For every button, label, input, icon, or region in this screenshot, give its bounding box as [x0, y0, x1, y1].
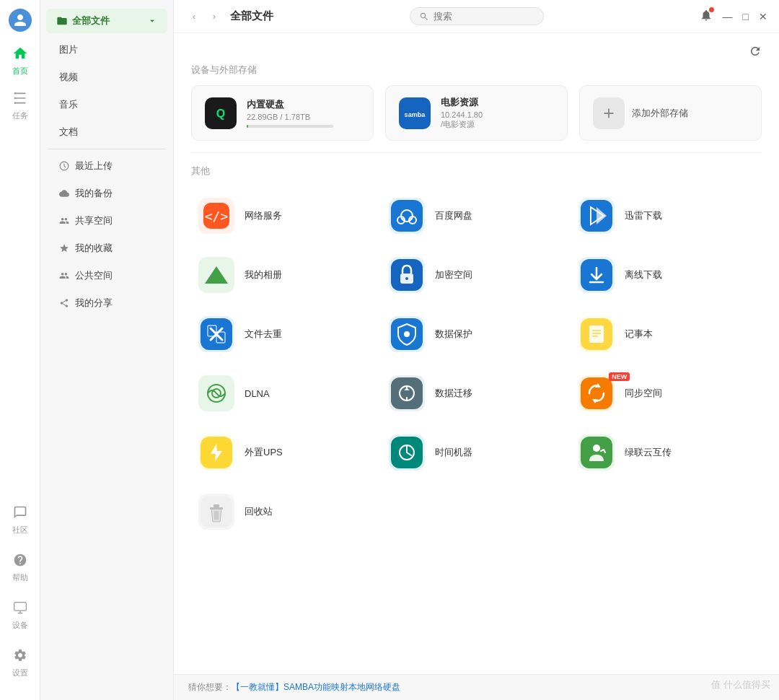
- app-item-ups[interactable]: 外置UPS: [191, 423, 382, 482]
- network-service-icon: </>: [198, 198, 234, 234]
- sidebar-item-task[interactable]: 任务: [0, 82, 40, 127]
- close-button[interactable]: ✕: [759, 11, 767, 22]
- recycle-icon: [198, 494, 234, 530]
- encrypt-space-icon: [389, 257, 425, 293]
- app-item-baidu-pan[interactable]: 百度网盘: [382, 186, 572, 245]
- internal-hdd-name: 内置硬盘: [247, 98, 360, 111]
- svg-point-24: [405, 277, 408, 280]
- svg-rect-42: [581, 377, 612, 409]
- internal-hdd-bar-wrap: [247, 125, 333, 128]
- forward-button[interactable]: ›: [206, 8, 223, 25]
- storage-card-samba[interactable]: samba 电影资源 10.244.1.80/电影资源: [385, 85, 568, 141]
- sidebar-item-videos[interactable]: 视频: [45, 64, 169, 90]
- notification-bell[interactable]: [700, 9, 713, 25]
- offline-dl-name: 离线下载: [625, 268, 662, 281]
- ups-icon: [198, 434, 234, 471]
- offline-dl-icon: [578, 257, 615, 293]
- internal-hdd-info: 内置硬盘 22.89GB / 1.78TB: [247, 98, 360, 128]
- sidebar-item-shared-space[interactable]: 共享空间: [45, 208, 169, 234]
- app-item-sync-space[interactable]: NEW 同步空间: [571, 364, 762, 423]
- data-migrate-icon: [389, 375, 425, 411]
- dedup-name: 文件去重: [245, 328, 282, 341]
- search-icon: [419, 12, 429, 22]
- time-machine-name: 时间机器: [435, 446, 472, 459]
- notification-dot: [709, 7, 714, 12]
- svg-rect-50: [581, 437, 612, 468]
- sidebar-item-backup[interactable]: 我的备份: [45, 180, 169, 206]
- task-label: 任务: [12, 110, 28, 121]
- app-item-time-machine[interactable]: 时间机器: [382, 423, 572, 482]
- nav-arrows: ‹ ›: [185, 8, 223, 25]
- svg-point-31: [404, 331, 410, 337]
- app-item-my-album[interactable]: 我的相册: [191, 245, 382, 305]
- sidebar-item-settings[interactable]: 设置: [10, 639, 30, 684]
- app-item-dlna[interactable]: DLNA: [191, 364, 382, 423]
- dlna-icon: [198, 375, 234, 411]
- app-item-network-service[interactable]: </> 网络服务: [191, 186, 382, 245]
- tree-header-arrow: [147, 16, 157, 26]
- sidebar-item-public[interactable]: 公共空间: [45, 263, 169, 289]
- minimize-button[interactable]: —: [723, 11, 733, 22]
- sidebar-item-device[interactable]: 设备: [10, 592, 30, 636]
- app-grid: </> 网络服务 百度网盘: [191, 186, 762, 541]
- notepad-name: 记事本: [625, 328, 653, 341]
- app-item-encrypt-space[interactable]: 加密空间: [382, 245, 572, 305]
- add-storage-button[interactable]: 添加外部存储: [579, 85, 762, 141]
- scroll-area[interactable]: 设备与外部存储 Q 内置硬盘 22.89GB / 1.78TB: [174, 33, 779, 674]
- svg-point-1: [14, 97, 16, 100]
- shared-space-icon: [59, 216, 69, 226]
- app-item-data-migrate[interactable]: 数据迁移: [382, 364, 572, 423]
- my-album-name: 我的相册: [245, 268, 282, 281]
- storage-row: Q 内置硬盘 22.89GB / 1.78TB samba: [191, 85, 762, 141]
- window-controls: — □ ✕: [700, 9, 767, 25]
- sidebar-bottom: 社区 帮助 设备 设置: [10, 496, 30, 691]
- data-migrate-name: 数据迁移: [435, 387, 472, 400]
- svg-rect-3: [14, 603, 26, 611]
- home-label: 首页: [12, 66, 28, 76]
- storage-card-internal[interactable]: Q 内置硬盘 22.89GB / 1.78TB: [191, 85, 374, 141]
- maximize-button[interactable]: □: [743, 11, 749, 22]
- sidebar-item-docs[interactable]: 文档: [45, 119, 169, 145]
- sidebar-tree: 全部文件 图片 视频 音乐 文档 最近上传 我的备份 共享空间 我的收藏 公共空…: [40, 0, 174, 700]
- dlna-name: DLNA: [245, 388, 270, 399]
- refresh-button[interactable]: [749, 45, 762, 61]
- app-item-dedup[interactable]: 文件去重: [191, 305, 382, 364]
- add-storage-label: 添加外部存储: [632, 107, 688, 120]
- divider: [191, 152, 762, 153]
- sidebar-item-community[interactable]: 社区: [10, 496, 30, 541]
- sidebar-item-my-share[interactable]: 我的分享: [45, 290, 169, 316]
- app-item-offline-dl[interactable]: 离线下载: [571, 245, 762, 305]
- add-storage-icon: [593, 97, 625, 129]
- samba-icon: samba: [399, 97, 431, 129]
- samba-detail: 10.244.1.80/电影资源: [441, 110, 554, 130]
- sidebar-item-images[interactable]: 图片: [45, 37, 169, 63]
- community-icon: [10, 502, 30, 522]
- tree-header-all-files[interactable]: 全部文件: [46, 9, 167, 33]
- svg-point-0: [14, 92, 16, 95]
- svg-point-2: [14, 102, 16, 104]
- sidebar-item-help[interactable]: 帮助: [10, 544, 30, 589]
- search-box[interactable]: [410, 7, 544, 25]
- search-input[interactable]: [433, 11, 534, 22]
- sidebar-item-recent[interactable]: 最近上传: [45, 153, 169, 179]
- sidebar-item-home[interactable]: 首页: [0, 38, 40, 82]
- backup-icon: [59, 188, 69, 198]
- app-item-xunlei[interactable]: 迅雷下载: [571, 186, 762, 245]
- suggestion-link[interactable]: 【一教就懂】SAMBA功能映射本地网络硬盘: [232, 681, 400, 694]
- app-item-data-protect[interactable]: 数据保护: [382, 305, 572, 364]
- xunlei-icon: [578, 198, 615, 234]
- app-item-liancloud[interactable]: 绿联云互传: [571, 423, 762, 482]
- svg-rect-11: [391, 200, 423, 232]
- app-item-notepad[interactable]: 记事本: [571, 305, 762, 364]
- dedup-icon: [198, 316, 234, 352]
- home-icon: [10, 43, 30, 64]
- sidebar-item-favorites[interactable]: 我的收藏: [45, 235, 169, 261]
- user-avatar[interactable]: [9, 9, 32, 32]
- liancloud-icon: [578, 434, 615, 471]
- my-album-icon: [198, 257, 234, 293]
- other-section-title: 其他: [191, 165, 762, 178]
- back-button[interactable]: ‹: [185, 8, 203, 25]
- app-item-recycle[interactable]: 回收站: [191, 482, 382, 541]
- svg-point-51: [593, 445, 600, 452]
- sidebar-item-music[interactable]: 音乐: [45, 92, 169, 118]
